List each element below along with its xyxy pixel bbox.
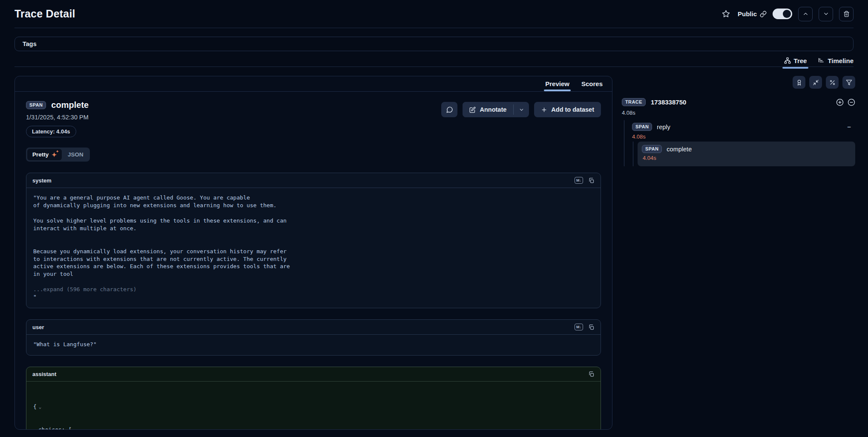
system-text: "You are a general purpose AI agent call… xyxy=(33,194,290,277)
top-bar: Trace Detail Public xyxy=(14,0,854,28)
system-message-content: "You are a general purpose AI agent call… xyxy=(26,188,601,308)
json-label: JSON xyxy=(68,151,83,158)
trace-tree-sidebar: TRACE 1738338750 4.08s SPAN reply − 4.08… xyxy=(622,76,855,166)
role-label: assistant xyxy=(32,371,56,377)
comment-button[interactable] xyxy=(441,102,457,117)
add-to-dataset-button[interactable]: Add to dataset xyxy=(534,102,601,117)
pretty-label: Pretty xyxy=(32,151,49,158)
span-name: complete xyxy=(51,100,89,110)
chevron-up-icon xyxy=(802,11,809,17)
collapse-all-button[interactable] xyxy=(809,76,822,89)
copy-icon[interactable] xyxy=(588,177,595,184)
trace-duration: 4.08s xyxy=(622,110,855,116)
top-bar-actions: Public xyxy=(720,7,854,21)
span-header: SPAN complete 1/31/2025, 4:52:30 PM Late… xyxy=(26,100,601,137)
zoom-in-icon[interactable] xyxy=(836,98,844,106)
view-tabs: Tree Timeline xyxy=(784,54,854,67)
tags-label: Tags xyxy=(23,41,37,47)
toggle-thumb xyxy=(783,10,791,18)
next-observation-button[interactable] xyxy=(819,7,833,21)
tab-tree[interactable]: Tree xyxy=(784,54,807,67)
tree-node-complete-selected[interactable]: SPAN complete 4.04s xyxy=(638,142,855,166)
span-timestamp: 1/31/2025, 4:52:30 PM xyxy=(26,114,89,121)
span-type-badge: SPAN xyxy=(632,123,652,131)
funnel-icon xyxy=(846,79,852,86)
span-identity: SPAN complete 1/31/2025, 4:52:30 PM Late… xyxy=(26,100,89,137)
tab-timeline[interactable]: Timeline xyxy=(818,54,854,67)
copy-icon[interactable] xyxy=(588,371,595,377)
active-tab-underline xyxy=(544,90,571,91)
json-line[interactable]: {⌄ xyxy=(33,403,594,411)
public-share-control: Public xyxy=(738,10,767,17)
collapse-caret-icon: ⌄ xyxy=(74,427,77,430)
user-message-content: "What is Langfuse?" xyxy=(26,335,601,355)
markdown-toggle-icon[interactable]: M↓ xyxy=(575,324,583,330)
delete-trace-button[interactable] xyxy=(839,7,854,21)
span-name: reply xyxy=(657,124,670,130)
role-label: system xyxy=(32,177,52,184)
tab-preview-label: Preview xyxy=(545,80,569,87)
trace-tree-root[interactable]: TRACE 1738338750 xyxy=(622,98,855,106)
copy-icon[interactable] xyxy=(588,324,595,330)
add-to-dataset-label: Add to dataset xyxy=(551,106,594,113)
annotate-dropdown-button[interactable] xyxy=(514,102,529,117)
metrics-toggle-button[interactable] xyxy=(826,76,839,89)
json-line[interactable]: choices: [⌄ xyxy=(33,426,594,430)
link-icon[interactable] xyxy=(760,11,767,17)
system-message-box: system M↓ "You are a general purpose AI … xyxy=(26,173,601,308)
trash-icon xyxy=(843,11,850,17)
span-duration: 4.04s xyxy=(643,155,851,161)
prev-observation-button[interactable] xyxy=(798,7,813,21)
format-json-segment[interactable]: JSON xyxy=(63,149,89,160)
edit-icon xyxy=(469,107,476,113)
zoom-out-icon[interactable] xyxy=(848,98,855,106)
tree-node-reply[interactable]: SPAN reply − xyxy=(629,120,855,132)
user-message-box: user M↓ "What is Langfuse?" xyxy=(26,319,601,356)
tab-scores[interactable]: Scores xyxy=(581,76,603,92)
tree-icon xyxy=(784,57,791,64)
panel-tabs: Preview Scores xyxy=(15,76,612,92)
comment-icon xyxy=(446,106,453,113)
tab-scores-label: Scores xyxy=(581,80,603,87)
sparkles-icon: ✦✦ xyxy=(52,152,57,158)
minimize-icon xyxy=(813,79,819,86)
active-tab-underline xyxy=(782,67,809,69)
scores-toggle-button[interactable] xyxy=(793,76,805,89)
timeline-icon xyxy=(818,57,825,64)
span-actions: Annotate Add to dataset xyxy=(441,102,601,117)
format-pretty-segment[interactable]: Pretty ✦✦ xyxy=(27,149,62,160)
tab-tree-label: Tree xyxy=(794,57,807,64)
collapse-node-icon[interactable]: − xyxy=(847,123,853,130)
trace-name: 1738338750 xyxy=(651,98,686,106)
plus-icon xyxy=(541,107,547,113)
format-toggle: Pretty ✦✦ JSON xyxy=(26,148,90,162)
markdown-toggle-icon[interactable]: M↓ xyxy=(575,177,583,184)
chevron-down-icon xyxy=(823,11,829,17)
assistant-message-box: assistant {⌄ choices: [⌄ 0: {⌄ finish_re… xyxy=(26,367,601,430)
latency-badge: Latency: 4.04s xyxy=(26,126,76,137)
public-toggle[interactable] xyxy=(773,9,792,19)
tags-box[interactable]: Tags xyxy=(14,37,854,51)
annotate-split-button: Annotate xyxy=(463,102,529,117)
annotate-button[interactable]: Annotate xyxy=(463,102,513,117)
expand-link[interactable]: ...expand (596 more characters) xyxy=(33,286,137,292)
span-duration: 4.08s xyxy=(632,133,855,140)
filter-button[interactable] xyxy=(842,76,855,89)
closing-quote: " xyxy=(33,294,37,300)
award-icon xyxy=(796,79,802,86)
star-icon[interactable] xyxy=(720,8,732,20)
chevron-down-icon xyxy=(519,107,524,113)
public-label: Public xyxy=(738,10,757,17)
observation-preview-panel: Preview Scores SPAN complete 1/31/2025, … xyxy=(14,76,612,430)
trace-type-badge: TRACE xyxy=(622,98,646,106)
role-label: user xyxy=(32,324,44,330)
span-type-badge: SPAN xyxy=(642,145,662,153)
page-title: Trace Detail xyxy=(14,8,75,20)
span-name: complete xyxy=(667,146,692,153)
annotate-label: Annotate xyxy=(480,106,506,113)
span-type-badge: SPAN xyxy=(26,101,46,109)
tab-preview[interactable]: Preview xyxy=(545,76,569,92)
assistant-message-content: {⌄ choices: [⌄ 0: {⌄ finish_reason: "sto… xyxy=(26,382,601,430)
percent-icon xyxy=(829,79,836,86)
tree-toolbar xyxy=(622,76,855,89)
